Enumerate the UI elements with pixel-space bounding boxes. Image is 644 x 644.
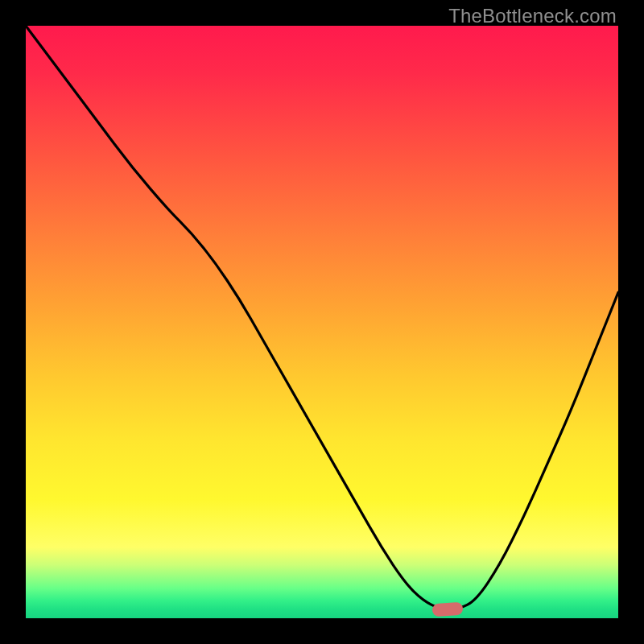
- outer-frame: TheBottleneck.com: [0, 0, 644, 644]
- watermark-text: TheBottleneck.com: [448, 5, 617, 27]
- plot-area: [26, 26, 618, 618]
- bottleneck-curve: [26, 26, 618, 609]
- curve-svg: [26, 26, 618, 618]
- minimum-marker: [431, 602, 463, 617]
